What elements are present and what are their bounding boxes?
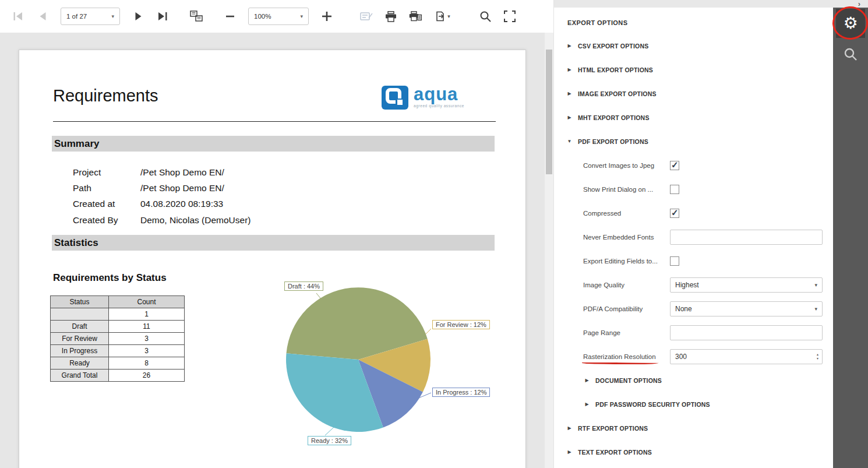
option-label: Never Embedded Fonts [583,234,670,241]
chevron-down-icon: ▾ [107,13,114,19]
aqua-logo-mark-icon [382,86,408,110]
triangle-down-icon: ▼ [567,139,572,144]
chart-title: Requirements by Status [53,272,167,284]
search-icon [479,10,491,22]
section-pdf-export-options[interactable]: ▼ PDF EXPORT OPTIONS [554,129,833,153]
section-rtf-export-options[interactable]: ▶ RTF EXPORT OPTIONS [554,416,833,440]
option-label: Compressed [583,210,670,217]
never-embedded-fonts-input[interactable] [670,230,823,245]
print-button[interactable] [379,4,403,29]
pie-callout-draft: Draft : 44% [284,281,323,291]
zoom-selector-value: 100% [254,13,271,20]
summary-field-row: Created By Demo, Nicolas (DemoUser) [73,212,250,228]
printer-icon [385,11,397,22]
editing-fields-icon [360,11,373,22]
triangle-right-icon: ▶ [567,115,572,120]
rasterization-resolution-spinner[interactable]: ▲ ▼ [670,349,823,364]
fullscreen-icon [504,10,516,22]
compressed-checkbox[interactable] [670,209,679,218]
panel-title: EXPORT OPTIONS [554,8,833,34]
chevron-down-icon: ▾ [814,282,817,288]
pie-callout-for-review: For Review : 12% [432,320,490,329]
section-html-export-options[interactable]: ▶ HTML EXPORT OPTIONS [554,58,833,82]
summary-fields: Project /Pet Shop Demo EN/ Path /Pet Sho… [73,164,250,228]
previous-page-button[interactable] [30,4,55,29]
export-button[interactable]: ▾ [428,4,458,29]
section-text-export-options[interactable]: ▶ TEXT EXPORT OPTIONS [554,440,833,464]
report-title: Requirements [53,86,158,105]
convert-images-to-jpeg-checkbox[interactable] [670,161,679,170]
summary-field-row: Project /Pet Shop Demo EN/ [73,164,250,180]
scrollbar-thumb[interactable] [546,50,552,174]
summary-field-row: Path /Pet Shop Demo EN/ [73,180,250,196]
collapse-panel-arrow-icon[interactable]: › [858,0,860,8]
search-button[interactable] [473,4,497,29]
multipage-view-icon [190,10,203,22]
document-preview-area: Requirements aqua agreed quality assuran… [0,33,553,468]
option-label: Export Editing Fields to... [583,258,670,265]
report-page: Requirements aqua agreed quality assuran… [19,50,526,468]
document-canvas: Requirements aqua agreed quality assuran… [0,33,545,468]
option-label: Image Quality [583,281,670,288]
section-document-options[interactable]: ▶ DOCUMENT OPTIONS [554,368,833,392]
pdf-option-row: Compressed [554,201,833,225]
field-value: /Pet Shop Demo EN/ [140,183,224,193]
export-options-gear-button[interactable]: ⚙ [836,9,865,38]
right-rail: › ⚙ [833,0,868,468]
vertical-scrollbar [545,33,553,468]
table-row: Ready8 [51,357,185,370]
column-header-status: Status [51,296,109,308]
option-label: Convert Images to Jpeg [583,162,670,169]
zoom-in-button[interactable] [315,4,339,29]
field-label: Created at [73,199,140,209]
rail-top-strip: › [833,0,868,8]
pdf-option-row: Image Quality Highest ▾ [554,273,833,297]
highlight-editing-fields-button[interactable] [354,4,379,29]
next-page-button[interactable] [126,4,150,29]
search-rail-button[interactable] [844,47,858,63]
show-print-dialog-checkbox[interactable] [670,185,679,194]
section-csv-export-options[interactable]: ▶ CSV EXPORT OPTIONS [554,34,833,58]
viewer-toolbar: 1 of 27 ▾ 100% ▾ [0,0,553,33]
image-quality-select[interactable]: Highest ▾ [670,277,823,293]
rasterization-resolution-input[interactable] [671,353,816,361]
pie-chart-svg [276,277,520,452]
last-page-button[interactable] [150,4,175,29]
aqua-logo-text: aqua [414,86,464,103]
export-editing-fields-checkbox[interactable] [670,256,679,266]
title-divider [53,121,496,122]
table-row: For Review3 [51,333,185,345]
triangle-right-icon: ▶ [567,67,572,72]
field-value: /Pet Shop Demo EN/ [140,167,224,178]
chevron-down-icon: ▾ [295,13,303,19]
panel-top-strip [554,0,833,8]
page-range-input[interactable] [670,325,823,340]
option-label: Page Range [583,329,670,336]
gear-icon: ⚙ [843,15,858,31]
multipage-view-button[interactable] [184,4,209,29]
table-header-row: Status Count [51,296,185,308]
triangle-right-icon: ▶ [567,43,572,48]
pdfa-compatibility-select[interactable]: None ▾ [670,301,823,316]
table-row: In Progress3 [51,345,185,357]
aqua-logo: aqua agreed quality assurance [382,86,464,110]
search-icon [844,47,858,61]
section-pdf-password-security-options[interactable]: ▶ PDF PASSWORD SECURITY OPTIONS [554,392,833,416]
field-label: Path [73,183,140,193]
spinner-buttons[interactable]: ▲ ▼ [816,353,822,360]
field-value: 04.08.2020 08:19:33 [140,199,223,209]
section-image-export-options[interactable]: ▶ IMAGE EXPORT OPTIONS [554,82,833,105]
summary-field-row: Created at 04.08.2020 08:19:33 [73,196,250,212]
first-page-button[interactable] [6,4,30,29]
print-page-button[interactable] [403,4,428,29]
aqua-logo-tagline: agreed quality assurance [414,104,464,108]
pdf-option-row: PDF/A Compatibility None ▾ [554,297,833,321]
section-mht-export-options[interactable]: ▶ MHT EXPORT OPTIONS [554,105,833,129]
printer-page-icon [409,11,422,22]
pdf-option-row: Rasterization Resolution ▲ ▼ [554,344,833,368]
fullscreen-button[interactable] [497,4,522,29]
statistics-section-header: Statistics [52,235,495,251]
zoom-selector[interactable]: 100% ▾ [248,8,309,25]
zoom-out-button[interactable] [218,4,242,29]
page-selector[interactable]: 1 of 27 ▾ [61,8,120,25]
